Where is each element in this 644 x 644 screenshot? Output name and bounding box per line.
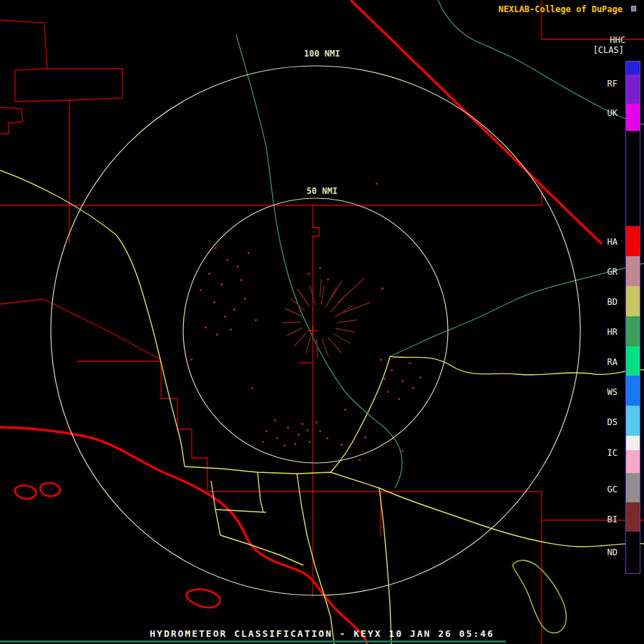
echo-spoke [291, 298, 305, 311]
echo-spoke [316, 338, 318, 358]
echo-spoke [322, 338, 328, 356]
echo-pixel [276, 437, 278, 439]
echo-spoke [285, 308, 302, 316]
echo-pixel [301, 423, 303, 425]
echo-pixel [316, 421, 318, 424]
echo-spoke [298, 289, 310, 307]
echo-pixel [287, 426, 289, 429]
echo-pixel [226, 259, 228, 261]
echo-spoke [337, 320, 357, 323]
echo-spoke [320, 279, 321, 297]
echo-pixel [230, 328, 232, 331]
echo-pixel [401, 450, 404, 452]
legend-segment-ND [626, 532, 640, 573]
echo-pixel [327, 278, 329, 280]
echo-pixel [251, 387, 253, 389]
echo-pixel [244, 298, 246, 300]
legend-segment-GR [626, 256, 640, 286]
echo-spoke [336, 328, 355, 332]
echo-pixel [208, 273, 210, 275]
echo-pixel [213, 301, 215, 303]
echo-pixel [215, 247, 217, 249]
legend-segment-HA [626, 226, 640, 256]
echo-spoke [287, 328, 303, 336]
echo-pixel [308, 273, 310, 275]
echo-pixel [220, 283, 223, 286]
footer-divider-line [0, 640, 506, 643]
state-border-line [351, 0, 602, 244]
echo-pixel [364, 436, 366, 439]
echo-spoke [335, 306, 353, 317]
echo-pixel [344, 409, 346, 411]
highway-lines [0, 170, 644, 644]
legend-segment-IC2 [626, 450, 640, 473]
echo-spoke [343, 303, 370, 313]
echo-spoke [283, 322, 301, 323]
echo-pixel [237, 265, 239, 268]
legend-segment-TOP [626, 62, 640, 74]
radar-map: 100 NMI 50 NMI [0, 0, 644, 644]
legend-segment-WS [626, 376, 640, 406]
legend-segment-BD [626, 286, 640, 316]
legend-segment-BI [626, 502, 640, 532]
echo-spoke [306, 337, 311, 353]
product-caption: HYDROMETEOR CLASSIFICATION - KEYX 10 JAN… [0, 628, 644, 639]
echo-pixel [401, 380, 404, 382]
outer-ring-label: 100 NMI [304, 49, 341, 59]
legend-segment-UK [626, 104, 640, 131]
echo-pixel [381, 288, 384, 290]
legend-segment-RF [626, 74, 640, 104]
range-rings: 100 NMI 50 NMI [51, 47, 580, 595]
lake-outline [512, 560, 566, 633]
island-outline [187, 590, 220, 608]
legend-colorbar [625, 61, 640, 574]
echo-pixel [240, 279, 243, 281]
echo-pixel [216, 333, 218, 336]
island-outline [40, 483, 60, 496]
echo-pixel [391, 369, 393, 371]
legend-segment-DS [626, 406, 640, 436]
product-class-label: [CLAS] [593, 45, 624, 55]
legend-segment-GAP [626, 131, 640, 226]
echo-pixel [205, 326, 207, 328]
echo-pixel [380, 358, 382, 361]
echo-pixel [376, 182, 378, 185]
echo-pixel [200, 289, 202, 291]
river-lines [236, 0, 644, 633]
cod-logo-icon: ▨ [629, 4, 638, 13]
legend-segment-IC1 [626, 436, 640, 450]
echo-pixel [398, 398, 400, 400]
echo-pixel [326, 437, 328, 439]
echo-pixel [306, 429, 308, 431]
echo-pixel [358, 459, 361, 461]
echo-pixel [387, 391, 389, 393]
echo-pixel [409, 362, 411, 364]
source-title: NEXLAB-College of DuPage [499, 4, 623, 14]
county-boundary-lines [0, 0, 644, 644]
echo-pixel [294, 443, 296, 445]
echo-spoke [321, 286, 324, 305]
legend-segment-RA [626, 346, 640, 376]
radar-site-marker [308, 326, 318, 336]
echo-pixel [419, 376, 421, 379]
echo-pixel [384, 378, 386, 380]
product-code-label: HHC [610, 35, 625, 45]
echo-pixel [319, 430, 321, 432]
legend-segment-HR [626, 316, 640, 346]
echo-pixel [283, 444, 286, 447]
echo-pixel [319, 267, 321, 269]
echo-pixel [298, 434, 300, 436]
inner-ring-label: 50 NMI [306, 186, 337, 196]
echo-pixel [233, 308, 235, 311]
echo-pixel [412, 387, 414, 389]
echo-pixel [341, 444, 343, 446]
echo-spoke [328, 337, 341, 353]
echo-pixel [262, 441, 264, 443]
echo-spoke [331, 280, 342, 298]
echo-spoke [333, 333, 351, 343]
echo-pixel [274, 419, 276, 421]
echo-pixel [248, 252, 250, 254]
echo-pixel [308, 441, 311, 443]
echo-pixel [224, 316, 226, 318]
legend-segment-GC [626, 473, 640, 502]
